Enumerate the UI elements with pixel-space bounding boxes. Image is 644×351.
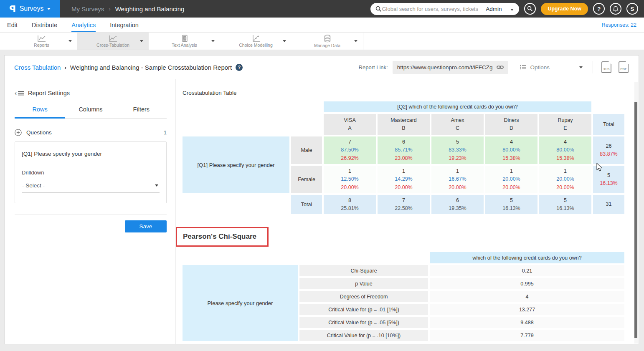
menu-item-edit[interactable]: Edit bbox=[7, 18, 18, 32]
scatter-chart-icon bbox=[251, 35, 261, 42]
chevron-down-icon[interactable] bbox=[140, 40, 143, 42]
toolbar-item-label: Reports bbox=[34, 43, 49, 48]
toolbar-item-cross-tabulation[interactable]: Cross-Tabulation bbox=[77, 33, 149, 50]
survey-menu: Edit Distribute Analytics Integration Re… bbox=[0, 18, 644, 33]
global-search[interactable]: Admin bbox=[370, 3, 519, 15]
add-circle-icon[interactable] bbox=[15, 129, 22, 136]
search-scope-dropdown[interactable] bbox=[506, 5, 515, 13]
search-button[interactable] bbox=[524, 3, 536, 15]
avatar-initial: S bbox=[630, 6, 634, 12]
options-label: Options bbox=[530, 64, 550, 71]
toolbar-item-label: Text Analysis bbox=[172, 43, 197, 48]
top-navigation-bar: P Surveys My Surveys › Weighting and Bal… bbox=[0, 0, 644, 18]
toolbar-item-manage-data[interactable]: Manage Data bbox=[292, 33, 363, 50]
toolbar-item-label: Manage Data bbox=[314, 43, 340, 48]
chi-stat-label: Chi-Square bbox=[299, 265, 428, 276]
cross-tabulation-link[interactable]: Cross Tabulation bbox=[14, 64, 61, 71]
questionpro-logo: P bbox=[9, 4, 16, 14]
tab-rows[interactable]: Rows bbox=[15, 106, 65, 119]
report-main: Crosstabulation Table [Q2] which of the … bbox=[176, 79, 639, 344]
document-grid-icon bbox=[181, 35, 188, 42]
column-header: VISAA bbox=[324, 114, 376, 135]
chi-stat-value: 0.21 bbox=[430, 265, 624, 276]
column-total-cell: 825.81% bbox=[324, 195, 376, 214]
search-scope-value: Admin bbox=[486, 6, 506, 12]
total-column-header: Total bbox=[593, 114, 624, 135]
upgrade-now-button[interactable]: Upgrade Now bbox=[541, 3, 588, 15]
row-question-cell: [Q1] Please specify your gender bbox=[183, 136, 289, 193]
menu-lines-icon bbox=[18, 91, 24, 96]
export-xls-button[interactable]: XLS bbox=[601, 61, 611, 73]
chi-stat-label: Critical Value for (p = .10 [10%]) bbox=[299, 330, 428, 341]
link-icon[interactable] bbox=[497, 65, 504, 70]
drilldown-select[interactable]: - Select - bbox=[22, 178, 160, 193]
breadcrumb-separator: › bbox=[109, 6, 110, 12]
chi-stat-value: 4 bbox=[430, 291, 624, 302]
options-dropdown[interactable]: Options bbox=[520, 64, 583, 71]
toolbar-item-label: Cross-Tabulation bbox=[96, 43, 129, 48]
database-icon bbox=[323, 35, 332, 43]
crosstab-cell: 685.71%23.08% bbox=[378, 136, 430, 164]
questions-count: 1 bbox=[164, 129, 167, 136]
help-icon[interactable]: ? bbox=[236, 64, 243, 71]
chevron-down-icon[interactable] bbox=[68, 40, 72, 42]
tab-columns[interactable]: Columns bbox=[65, 106, 116, 119]
chi-stat-label: Degrees of Freedom bbox=[299, 291, 428, 302]
sidebar-title: Report Settings bbox=[28, 90, 70, 96]
toolbar-item-reports[interactable]: Reports bbox=[6, 33, 77, 50]
column-total-cell: 722.58% bbox=[378, 195, 430, 214]
column-header: DinersD bbox=[485, 114, 538, 135]
search-input[interactable] bbox=[382, 6, 486, 12]
crosstab-cell: 480.00%15.38% bbox=[485, 136, 538, 164]
surveys-product-switcher[interactable]: P Surveys bbox=[0, 0, 60, 18]
tab-filters[interactable]: Filters bbox=[116, 106, 167, 119]
column-header: MastercardB bbox=[378, 114, 430, 135]
chi-column-header: which of the following credit cards do y… bbox=[430, 252, 624, 263]
brand-label: Surveys bbox=[20, 5, 44, 13]
row-label: Female bbox=[291, 166, 322, 193]
chi-square-table: which of the following credit cards do y… bbox=[181, 250, 626, 343]
chevron-down-icon[interactable] bbox=[354, 40, 357, 42]
report-url[interactable]: https://www.questionpro.com/t/lFFCZg bbox=[397, 64, 493, 71]
menu-item-integration[interactable]: Integration bbox=[110, 18, 139, 32]
collapse-sidebar-button[interactable]: ‹ bbox=[15, 91, 24, 96]
chevron-down-icon[interactable] bbox=[211, 40, 215, 42]
drilldown-label: Drilldown bbox=[22, 169, 160, 176]
notifications-button[interactable] bbox=[610, 3, 621, 15]
chi-stat-value: 0.995 bbox=[430, 278, 624, 289]
report-header: Cross Tabulation › Weighting and Balanci… bbox=[5, 56, 639, 79]
crosstab-cell: 787.50%26.92% bbox=[324, 136, 376, 164]
responses-count: Responses: 22 bbox=[602, 18, 644, 32]
breadcrumb: My Surveys › Weighting and Balancing bbox=[71, 5, 184, 13]
report-panel: Cross Tabulation › Weighting and Balanci… bbox=[4, 55, 639, 344]
search-icon bbox=[527, 6, 533, 12]
column-total-cell: 516.13% bbox=[539, 195, 591, 214]
chevron-down-icon bbox=[155, 184, 158, 187]
vertical-scrollbar[interactable] bbox=[634, 102, 637, 338]
crosstab-cell: 120.00%20.00% bbox=[485, 166, 538, 193]
export-pdf-button[interactable]: PDF bbox=[619, 61, 629, 73]
help-button[interactable]: ? bbox=[593, 3, 605, 15]
menu-item-distribute[interactable]: Distribute bbox=[32, 18, 57, 32]
report-link-label: Report Link: bbox=[359, 64, 388, 71]
user-avatar[interactable]: S bbox=[626, 3, 638, 15]
column-group-header: [Q2] which of the following credit cards… bbox=[324, 101, 591, 112]
questions-label: Questions bbox=[26, 129, 52, 136]
chi-stat-value: 9.488 bbox=[430, 317, 624, 328]
breadcrumb-parent[interactable]: My Surveys bbox=[71, 5, 104, 13]
toolbar-item-text-analysis[interactable]: Text Analysis bbox=[149, 33, 220, 50]
report-url-box[interactable]: https://www.questionpro.com/t/lFFCZg bbox=[393, 61, 509, 74]
grand-total-cell: 31 bbox=[593, 195, 624, 214]
crosstab-section-title: Crosstabulation Table bbox=[183, 90, 639, 96]
chevron-left-icon: ‹ bbox=[15, 91, 17, 95]
save-button[interactable]: Save bbox=[125, 220, 167, 232]
toolbar-item-choice-modelling[interactable]: Choice Modelling bbox=[220, 33, 292, 50]
settings-tabs: Rows Columns Filters bbox=[15, 106, 167, 119]
question-card: [Q1] Please specify your gender Drilldow… bbox=[15, 141, 167, 203]
crosstab-cell: 480.00%15.38% bbox=[539, 136, 591, 164]
crosstab-cell: 116.67%20.00% bbox=[431, 166, 484, 193]
chevron-down-icon[interactable] bbox=[283, 40, 286, 42]
question-text: [Q1] Please specify your gender bbox=[22, 151, 160, 157]
question-mark-icon: ? bbox=[597, 6, 601, 12]
menu-item-analytics[interactable]: Analytics bbox=[71, 18, 96, 32]
